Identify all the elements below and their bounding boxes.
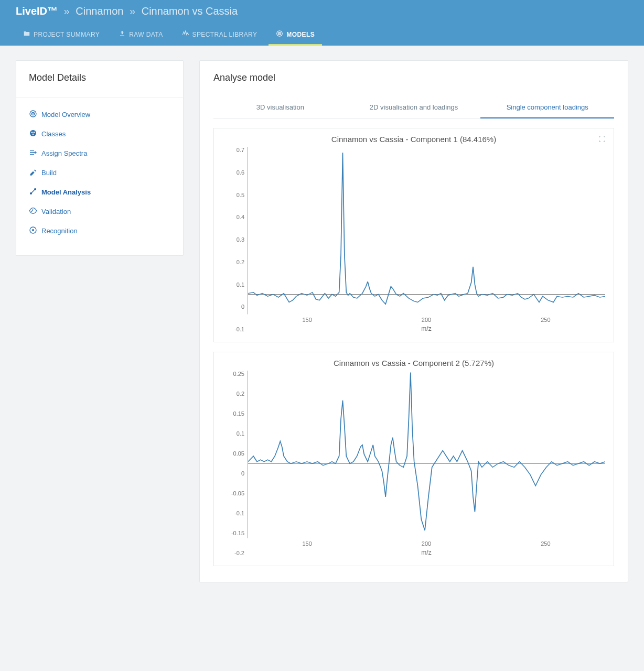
breadcrumb-sep: » [130, 5, 135, 17]
assign-icon [29, 148, 37, 158]
classes-icon [29, 129, 37, 139]
sidebar-title: Model Details [16, 61, 183, 98]
svg-point-8 [34, 132, 35, 133]
ytick: -0.1 [234, 326, 244, 332]
analysis-icon [29, 187, 37, 197]
topnav-item-project-summary[interactable]: PROJECT SUMMARY [16, 25, 107, 46]
ytick: 0.05 [233, 450, 244, 457]
topnav-item-spectral-library[interactable]: SPECTRAL LIBRARY [175, 25, 265, 46]
app-header: LiveID™ » Cinnamon » Cinnamon vs Cassia … [0, 0, 644, 46]
tab-3d-visualisation[interactable]: 3D visualisation [213, 97, 347, 118]
plot-area[interactable] [248, 371, 605, 538]
topnav-label: RAW DATA [129, 31, 163, 38]
ytick: 0.25 [233, 371, 244, 377]
sidebar-item-validation[interactable]: Validation [20, 202, 179, 221]
svg-point-5 [33, 113, 34, 114]
page-body: Model Details Model OverviewClassesAssig… [0, 46, 644, 597]
tab-single-component-loadings[interactable]: Single component loadings [480, 97, 614, 118]
ytick: 0.3 [237, 236, 244, 243]
target-icon [29, 110, 37, 120]
chart-title: Cinnamon vs Cassia - Component 1 (84.416… [222, 135, 605, 144]
xtick: 200 [422, 540, 431, 547]
chart-title: Cinnamon vs Cassia - Component 2 (5.727%… [222, 359, 605, 367]
ytick: 0.4 [237, 214, 244, 220]
topnav-label: MODELS [286, 31, 315, 38]
sidebar: Model Details Model OverviewClassesAssig… [16, 60, 184, 256]
sidebar-label: Classes [41, 130, 66, 138]
topnav-item-models[interactable]: MODELS [269, 25, 322, 46]
xtick: 250 [541, 540, 550, 547]
chart-component-2: Cinnamon vs Cassia - Component 2 (5.727%… [213, 352, 614, 566]
svg-point-2 [279, 33, 280, 34]
sidebar-item-build[interactable]: Build [20, 163, 179, 182]
app-name: LiveID™ [16, 5, 58, 17]
tab-2d-visualisation-and-loadings[interactable]: 2D visualisation and loadings [347, 97, 481, 118]
folder-icon [23, 30, 30, 39]
ytick: 0 [241, 304, 244, 310]
sidebar-label: Assign Spectra [41, 149, 87, 157]
sidebar-list: Model OverviewClassesAssign SpectraBuild… [16, 98, 183, 248]
breadcrumb-item[interactable]: Cinnamon vs Cassia [142, 5, 238, 17]
ytick: 0.6 [237, 169, 244, 176]
build-icon [29, 168, 37, 178]
charts-container: Cinnamon vs Cassia - Component 1 (84.416… [213, 128, 614, 566]
topnav-label: PROJECT SUMMARY [34, 31, 100, 38]
breadcrumb: LiveID™ » Cinnamon » Cinnamon vs Cassia [16, 5, 628, 25]
recognition-icon [29, 226, 37, 236]
validation-icon [29, 207, 37, 217]
expand-icon[interactable] [598, 135, 606, 145]
ytick: -0.1 [234, 510, 244, 516]
sidebar-item-classes[interactable]: Classes [20, 124, 179, 144]
wave-icon [182, 30, 189, 39]
chart-component-1: Cinnamon vs Cassia - Component 1 (84.416… [213, 128, 614, 342]
breadcrumb-item[interactable]: Cinnamon [76, 5, 123, 17]
xtick: 150 [302, 540, 312, 547]
top-nav: PROJECT SUMMARYRAW DATASPECTRAL LIBRARYM… [16, 25, 628, 46]
sidebar-item-recognition[interactable]: Recognition [20, 221, 179, 241]
sidebar-label: Build [41, 169, 57, 177]
xlabel: m/z [248, 549, 605, 556]
ytick: -0.05 [231, 490, 244, 496]
ytick: 0.15 [233, 410, 244, 417]
svg-point-6 [30, 130, 36, 136]
svg-point-7 [31, 132, 33, 133]
upload-icon [119, 30, 126, 39]
svg-point-13 [32, 229, 34, 231]
sidebar-item-model-overview[interactable]: Model Overview [20, 105, 179, 124]
xlabel: m/z [248, 325, 605, 332]
main-title: Analyse model [213, 72, 614, 83]
analysis-tabs: 3D visualisation2D visualisation and loa… [213, 97, 614, 118]
xtick: 200 [422, 317, 431, 323]
topnav-label: SPECTRAL LIBRARY [192, 31, 257, 38]
sidebar-label: Recognition [41, 227, 78, 235]
xtick: 250 [541, 317, 550, 323]
svg-point-9 [33, 134, 34, 135]
ytick: -0.15 [231, 530, 244, 536]
breadcrumb-sep: » [64, 5, 70, 17]
target-icon [276, 30, 283, 39]
ytick: 0.2 [237, 391, 244, 397]
ytick: -0.2 [234, 550, 244, 556]
sidebar-item-assign-spectra[interactable]: Assign Spectra [20, 144, 179, 163]
ytick: 0.5 [237, 192, 244, 198]
ytick: 0.1 [237, 430, 244, 437]
xtick: 150 [302, 317, 312, 323]
sidebar-item-model-analysis[interactable]: Model Analysis [20, 182, 179, 202]
ytick: 0.1 [237, 282, 244, 288]
plot-area[interactable] [248, 147, 605, 315]
ytick: 0 [241, 470, 244, 477]
sidebar-label: Model Overview [41, 111, 90, 118]
sidebar-label: Model Analysis [41, 188, 91, 196]
sidebar-label: Validation [41, 208, 71, 215]
ytick: 0.7 [237, 147, 244, 153]
ytick: 0.2 [237, 259, 244, 265]
main-panel: Analyse model 3D visualisation2D visuali… [199, 60, 628, 582]
topnav-item-raw-data[interactable]: RAW DATA [111, 25, 170, 46]
